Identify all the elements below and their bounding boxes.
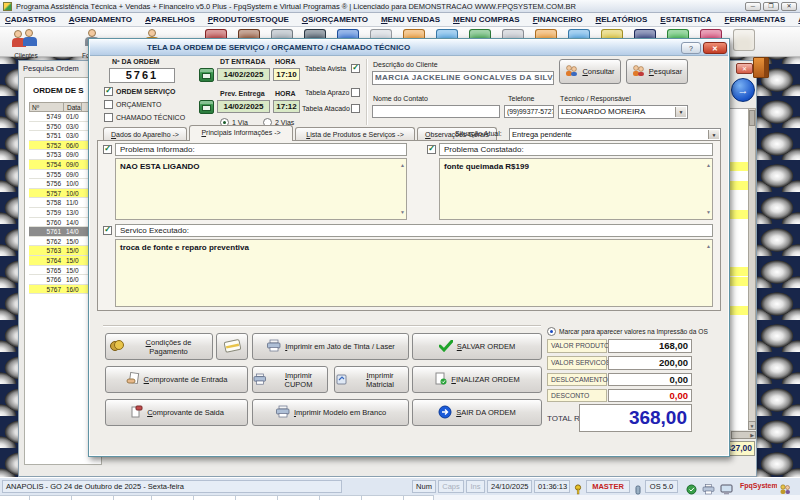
comprovante-saida-button[interactable]: Comprovante de Saida bbox=[105, 399, 248, 426]
problema-informado-textarea[interactable]: NAO ESTA LIGANDO ▲ ▼ bbox=[115, 158, 407, 220]
scroll-down-icon[interactable]: ▼ bbox=[748, 421, 756, 430]
hora-entrada-input[interactable]: 17:10 bbox=[273, 68, 300, 81]
imprimir-cupom-button[interactable]: Imprimir CUPOM bbox=[252, 366, 328, 393]
pesquisa-close-icon[interactable]: ✕ bbox=[736, 63, 753, 74]
tab-principais-informacoes[interactable]: Principais Informações -> bbox=[189, 125, 293, 141]
status-caps: Caps bbox=[438, 480, 464, 493]
status-cell bbox=[0, 495, 30, 500]
calendar-icon-2[interactable] bbox=[199, 100, 214, 114]
status-time: 01:36:13 bbox=[534, 480, 570, 493]
servico-executado-header: Servico Executado: bbox=[115, 224, 713, 237]
menu-item-menu-compras[interactable]: MENU COMPRAS bbox=[453, 15, 520, 24]
problema-informado-checkbox[interactable] bbox=[103, 145, 112, 154]
close-button[interactable]: ✕ bbox=[781, 2, 797, 11]
prev-entrega-input[interactable]: 14/02/2025 bbox=[217, 100, 270, 113]
servico-executado-checkbox[interactable] bbox=[103, 226, 112, 235]
comprovante-saida-label: Comprovante de Saida bbox=[147, 408, 224, 417]
client-desc-input[interactable]: MARCIA JACKELINE GONCALVES DA SILVA BE bbox=[372, 71, 554, 85]
telefone-label: Telefone bbox=[508, 95, 534, 102]
app-icon bbox=[3, 2, 12, 11]
marcar-impressao-radio[interactable] bbox=[547, 327, 556, 336]
card-icon bbox=[222, 338, 242, 356]
chamado-tecnico-checkbox[interactable] bbox=[104, 113, 113, 122]
calendar-icon[interactable] bbox=[199, 68, 214, 82]
menu-item-produto-estoque[interactable]: PRODUTO/ESTOQUE bbox=[208, 15, 289, 24]
valor-servicos-value[interactable]: 200,00 bbox=[608, 356, 692, 370]
pesquisar-button[interactable]: Pesquisar bbox=[626, 59, 688, 84]
consultar-button[interactable]: Consultar bbox=[559, 59, 621, 84]
comprovante-entrada-button[interactable]: Comprovante de Entrada bbox=[105, 366, 248, 393]
minimize-button[interactable]: ─ bbox=[745, 2, 761, 11]
prev-hora-input[interactable]: 17:12 bbox=[273, 100, 300, 113]
scroll-down-icon[interactable]: ▼ bbox=[706, 208, 711, 217]
col-numero[interactable]: Nº bbox=[30, 103, 64, 111]
pesquisa-go-icon[interactable]: → bbox=[731, 78, 755, 102]
tecnico-label: Técnico / Responsável bbox=[560, 95, 631, 102]
help-button[interactable]: ? bbox=[681, 42, 701, 54]
menu-item-menu-vendas[interactable]: MENU VENDAS bbox=[381, 15, 440, 24]
dt-entrada-input[interactable]: 14/02/2025 bbox=[217, 68, 270, 81]
imprimir-matricial-button[interactable]: Imprimir Matricial bbox=[334, 366, 409, 393]
menu-item-aparelhos[interactable]: APARELHOS bbox=[145, 15, 195, 24]
problema-constatado-checkbox[interactable] bbox=[427, 145, 436, 154]
menu-item-agendamento[interactable]: AGENDAMENTO bbox=[69, 15, 132, 24]
scroll-up-icon[interactable]: ▲ bbox=[400, 161, 405, 170]
menu-item-financeiro[interactable]: FINANCEIRO bbox=[533, 15, 583, 24]
status-num: Num bbox=[412, 480, 436, 493]
order-number-input[interactable]: 5761 bbox=[109, 68, 175, 83]
problema-constatado-text: fonte queimada R$199 bbox=[444, 162, 529, 171]
note-icon[interactable] bbox=[733, 29, 755, 51]
status-cell bbox=[236, 495, 278, 500]
col-data[interactable]: Data bbox=[64, 103, 82, 111]
restore-button[interactable]: ❐ bbox=[763, 2, 779, 11]
tab-dados-aparelho[interactable]: Dados do Aparelho -> bbox=[103, 127, 187, 141]
contato-input[interactable] bbox=[372, 105, 500, 118]
chevron-down-icon[interactable]: ▼ bbox=[708, 130, 719, 139]
dialog-close-button[interactable]: ✕ bbox=[703, 42, 727, 54]
tabela-avista-checkbox[interactable] bbox=[351, 64, 360, 73]
status-cell bbox=[320, 495, 362, 500]
exit-door-icon[interactable] bbox=[753, 57, 769, 78]
valor-produtos-value[interactable]: 168,00 bbox=[608, 339, 692, 353]
clients-icon[interactable] bbox=[12, 29, 40, 49]
highlighted-row-fragment bbox=[730, 162, 748, 171]
tabela-aprazo-checkbox[interactable] bbox=[351, 88, 360, 97]
prev-hora-label: HORA bbox=[275, 90, 296, 97]
pesquisa-scrollbar[interactable] bbox=[748, 108, 756, 430]
buttons-separator bbox=[103, 325, 541, 327]
menu-item-cadastros[interactable]: CADASTROS bbox=[5, 15, 56, 24]
scroll-down-icon[interactable]: ▼ bbox=[400, 208, 405, 217]
finalizar-ordem-button[interactable]: FINALIZAR ORDEM bbox=[412, 366, 542, 393]
menu-item-estatistica[interactable]: ESTATISTICA bbox=[660, 15, 711, 24]
service-order-dialog: TELA DA ORDEM DE SERVIÇO / ORÇAMENTO / C… bbox=[88, 38, 730, 457]
tabela-avista-label: Tabela Avista bbox=[305, 65, 346, 72]
imprimir-jato-button[interactable]: Imprimir em Jato de Tinta / Laser bbox=[252, 333, 409, 360]
scroll-right-icon[interactable]: ▶ bbox=[731, 431, 756, 439]
menu-item-os-or-amento[interactable]: OS/ORÇAMENTO bbox=[302, 15, 368, 24]
scroll-up-icon[interactable]: ▲ bbox=[706, 242, 711, 251]
tecnico-select[interactable]: LEONARDO MOREIRA ▼ bbox=[558, 105, 688, 119]
imprimir-modelo-button[interactable]: Imprimir Modelo em Branco bbox=[252, 399, 409, 426]
card-button[interactable] bbox=[216, 333, 248, 360]
ordem-servico-checkbox[interactable] bbox=[104, 87, 113, 96]
desconto-value[interactable]: 0,00 bbox=[608, 389, 692, 402]
status-bar: ANAPOLIS - GO 24 de Outubro de 2025 - Se… bbox=[0, 477, 800, 500]
status-cell bbox=[72, 495, 114, 500]
scroll-up-icon[interactable]: ▲ bbox=[706, 161, 711, 170]
telefone-input[interactable]: (99)99377-5727 bbox=[504, 105, 554, 118]
chevron-down-icon[interactable]: ▼ bbox=[675, 107, 686, 117]
menu-item-ferramentas[interactable]: FERRAMENTAS bbox=[725, 15, 786, 24]
menu-item-relat-rios[interactable]: RELATÓRIOS bbox=[595, 15, 647, 24]
deslocamento-value[interactable]: 0,00 bbox=[608, 373, 692, 386]
orcamento-checkbox[interactable] bbox=[104, 100, 113, 109]
servico-executado-textarea[interactable]: troca de fonte e reparo preventiva ▲ bbox=[115, 239, 713, 307]
total-value: 368,00 bbox=[579, 404, 692, 432]
condicoes-pagamento-button[interactable]: Condições de Pagamento bbox=[105, 333, 213, 360]
tab-lista-produtos[interactable]: Lista de Produtos e Serviços -> bbox=[295, 127, 415, 141]
problema-constatado-textarea[interactable]: fonte queimada R$199 ▲ ▼ bbox=[439, 158, 713, 220]
tabela-atacado-checkbox[interactable] bbox=[351, 104, 360, 113]
problema-informado-header: Problema Informado: bbox=[115, 143, 407, 156]
status-bar-row2 bbox=[0, 495, 800, 500]
salvar-ordem-button[interactable]: SALVAR ORDEM bbox=[412, 333, 542, 360]
sair-ordem-button[interactable]: SAIR DA ORDEM bbox=[412, 399, 542, 426]
